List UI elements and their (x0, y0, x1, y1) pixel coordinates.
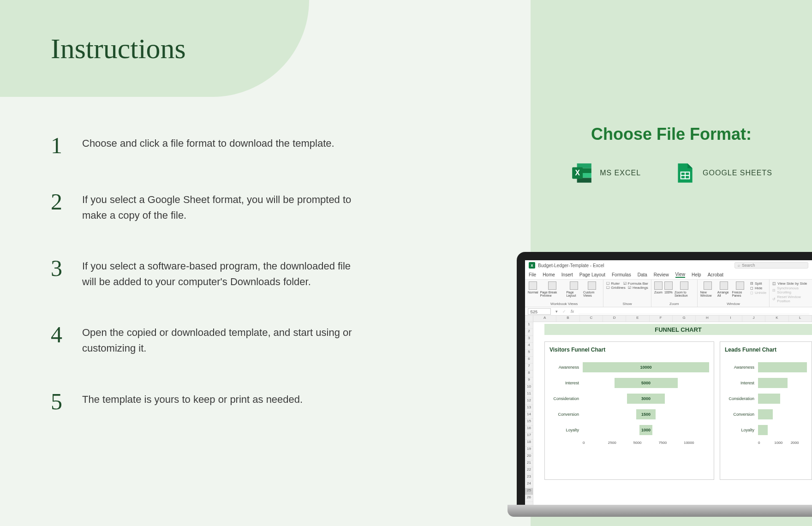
menu-home[interactable]: Home (543, 272, 555, 277)
chart-title: Visitors Funnel Chart (549, 347, 709, 353)
search-input[interactable]: ⌕ Search (734, 262, 808, 269)
row-header[interactable]: 7 (525, 364, 533, 371)
zoom-button[interactable]: Zoom (654, 281, 663, 294)
unhide-button[interactable]: ◻ Unhide (750, 291, 766, 295)
menu-view[interactable]: View (675, 272, 686, 278)
col-header[interactable]: D (603, 316, 626, 322)
dropdown-icon[interactable]: ▾ (555, 309, 558, 314)
visitors-chart: Visitors Funnel Chart Awareness 10000Int… (544, 341, 714, 480)
col-header[interactable]: J (742, 316, 765, 322)
row-header[interactable]: 1 (525, 322, 533, 329)
row-header[interactable]: 20 (525, 454, 533, 460)
funnel-stage-label: Awareness (549, 365, 583, 370)
ribbon-workbook-views: Normal Page Break Preview Page Layout Cu… (525, 280, 603, 307)
row-header[interactable]: 12 (525, 398, 533, 405)
zoomsel-button[interactable]: Zoom to Selection (675, 281, 694, 297)
funnel-bar: 10000 (583, 362, 709, 372)
row-header[interactable]: 8 (525, 371, 533, 377)
row-header[interactable]: 17 (525, 433, 533, 440)
row-header[interactable]: 2 (525, 329, 533, 336)
search-icon: ⌕ (738, 263, 740, 268)
reset-button[interactable]: ↺ Reset Window Position (772, 295, 809, 303)
row-header[interactable]: 22 (525, 467, 533, 474)
col-header[interactable]: G (673, 316, 696, 322)
row-header[interactable]: 23 (525, 474, 533, 481)
spreadsheet: 1234567891011121314151617181920212223242… (525, 316, 812, 510)
funnel-bar (758, 394, 780, 404)
col-header[interactable]: E (626, 316, 649, 322)
split-button[interactable]: ⊟ Split (750, 281, 766, 286)
step-number: 3 (51, 257, 69, 280)
ribbon-window: New Window Arrange All Freeze Panes ⊟ Sp… (698, 280, 770, 307)
row-header[interactable]: 4 (525, 343, 533, 350)
row-header[interactable]: 11 (525, 391, 533, 398)
name-box[interactable]: S25 (528, 308, 551, 315)
gridlines-check[interactable]: ☐ Gridlines ☑ Headings (606, 286, 648, 290)
col-header[interactable]: L (789, 316, 812, 322)
formula-input[interactable] (579, 309, 809, 314)
row-header[interactable]: 15 (525, 419, 533, 426)
row-header[interactable]: 10 (525, 384, 533, 391)
row-header[interactable]: 5 (525, 350, 533, 357)
axis-tick: 1000 (774, 441, 790, 445)
sheets-label: GOOGLE SHEETS (703, 169, 772, 177)
sidebyside-button[interactable]: ◫ View Side by Side (772, 281, 809, 286)
menu-insert[interactable]: Insert (561, 272, 573, 277)
customviews-button[interactable]: Custom Views (583, 281, 600, 297)
leads-chart: Leads Funnel Chart Awareness Interest Co… (720, 341, 812, 480)
row-header[interactable]: 6 (525, 357, 533, 364)
col-header[interactable]: B (556, 316, 579, 322)
step-5: 5 The template is yours to keep or print… (51, 390, 364, 413)
newwindow-button[interactable]: New Window (700, 281, 716, 297)
row-header[interactable]: 24 (525, 481, 533, 488)
choose-heading: Choose File Format: (531, 125, 812, 144)
row-header[interactable]: 3 (525, 336, 533, 343)
row-header[interactable]: 26 (525, 495, 533, 502)
excel-option[interactable]: X MS EXCEL (570, 161, 641, 185)
col-headers: ABCDEFGHIJKL (533, 316, 812, 322)
step-text: If you select a Google Sheet format, you… (82, 190, 364, 223)
sync-button[interactable]: ⊟ Synchronous Scrolling (772, 286, 809, 294)
funnel-bar-row: Consideration (725, 391, 807, 406)
sheets-option[interactable]: GOOGLE SHEETS (673, 161, 772, 185)
funnel-stage-label: Consideration (549, 396, 583, 401)
row-header[interactable]: 25 (525, 488, 533, 495)
col-header[interactable]: A (533, 316, 556, 322)
ribbon-zoom: Zoom 100% Zoom to Selection Zoom (651, 280, 698, 307)
excel-app-icon: x (529, 262, 535, 269)
row-header[interactable]: 19 (525, 447, 533, 454)
row-header[interactable]: 21 (525, 460, 533, 467)
menu-pagelayout[interactable]: Page Layout (579, 272, 605, 277)
ribbon: Normal Page Break Preview Page Layout Cu… (525, 280, 812, 307)
row-header[interactable]: 9 (525, 377, 533, 384)
zoom100-button[interactable]: 100% (664, 281, 673, 294)
col-header[interactable]: K (765, 316, 788, 322)
menu-help[interactable]: Help (692, 272, 701, 277)
menu-formulas[interactable]: Formulas (612, 272, 631, 277)
col-header[interactable]: C (580, 316, 603, 322)
axis-tick: 7500 (658, 441, 684, 445)
normal-view-button[interactable]: Normal (528, 281, 538, 294)
row-header[interactable]: 18 (525, 440, 533, 447)
col-header[interactable]: H (696, 316, 719, 322)
row-header[interactable]: 16 (525, 426, 533, 433)
hide-button[interactable]: ◻ Hide (750, 286, 766, 290)
row-header[interactable]: 13 (525, 405, 533, 412)
row-headers: 1234567891011121314151617181920212223242… (525, 316, 533, 510)
laptop-base (508, 505, 812, 517)
col-header[interactable]: F (650, 316, 673, 322)
col-header[interactable]: I (719, 316, 742, 322)
menu-review[interactable]: Review (654, 272, 669, 277)
step-text: The template is yours to keep or print a… (82, 390, 303, 407)
freeze-button[interactable]: Freeze Panes (732, 281, 748, 297)
sheet-content[interactable]: ABCDEFGHIJKL FUNNEL CHART Visitors Funne… (533, 316, 812, 510)
menu-file[interactable]: File (529, 272, 536, 277)
laptop-screen: x Budget-Ledger-Template - Excel ⌕ Searc… (517, 252, 812, 510)
row-header[interactable]: 14 (525, 412, 533, 419)
arrange-button[interactable]: Arrange All (717, 281, 730, 297)
menu-acrobat[interactable]: Acrobat (708, 272, 723, 277)
ruler-check[interactable]: ☐ Ruler ☑ Formula Bar (606, 281, 648, 286)
pagebreak-button[interactable]: Page Break Preview (540, 281, 565, 297)
pagelayout-button[interactable]: Page Layout (566, 281, 581, 297)
menu-data[interactable]: Data (638, 272, 647, 277)
